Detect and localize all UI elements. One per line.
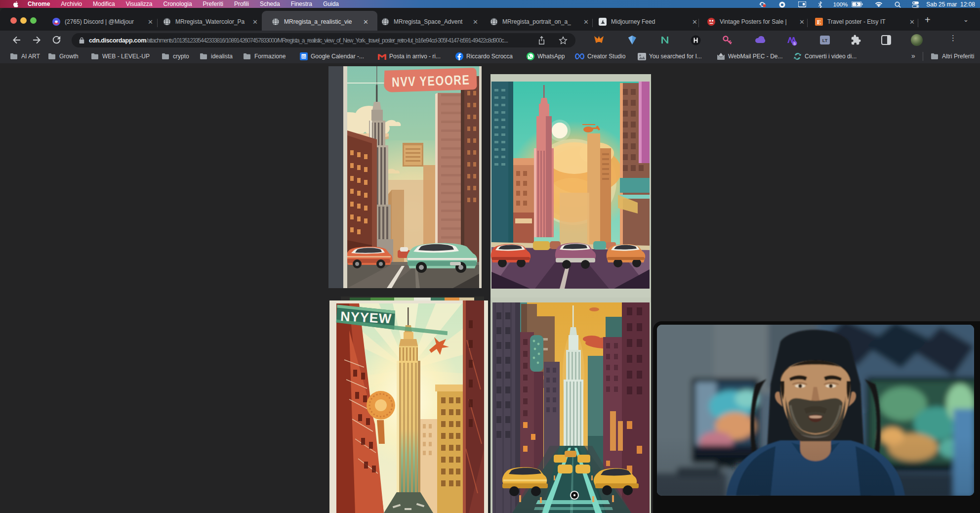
svg-text:NVV YEOORE: NVV YEOORE <box>392 72 470 89</box>
svg-text:5: 5 <box>793 42 796 46</box>
svg-text:E: E <box>817 18 821 26</box>
svg-text:LT: LT <box>822 38 828 43</box>
svg-text:31: 31 <box>302 55 306 58</box>
svg-text:NYYEW: NYYEW <box>340 309 392 326</box>
